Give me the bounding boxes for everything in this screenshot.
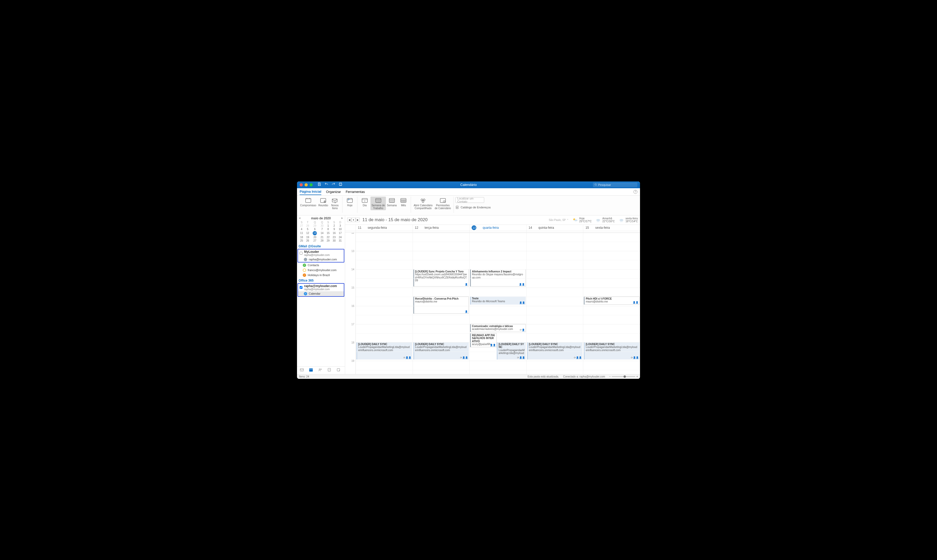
next-week-button[interactable]: ▶ [355,218,360,222]
notes-module-icon[interactable] [336,368,341,373]
global-search[interactable] [593,183,637,187]
close-window-button[interactable] [300,183,303,186]
o365-group-checkbox[interactable] [300,286,303,289]
item-count: Itens: 24 [299,375,309,378]
calendar-event[interactable]: [LOUDER] DAILY SYNCLouderPropagandaeMark… [356,342,412,360]
open-shared-calendar-button[interactable]: Abrir Calendário Compartilhado [412,197,434,210]
calendar-color-icon [304,258,307,261]
weather-today: Hoje25°C/17°C [572,217,592,223]
connection-status: Conectado a: rapha@mylouder.com [563,375,605,378]
new-items-button[interactable]: Novos Itens [329,197,341,210]
day-headers: 11segunda-feira12terça-feira13quarta-fei… [345,225,640,231]
new-meeting-button[interactable]: Reunião [317,197,329,207]
calendar-event[interactable]: Alinhamento Influence 2 ImpactReunião do… [470,269,526,286]
minical-grid[interactable]: STQQSSD272829301234567891011121314151617… [298,221,343,242]
svg-point-5 [325,201,325,202]
today-button[interactable]: Hoje [344,197,355,207]
address-book-button[interactable]: Catálogo de Endereços [455,206,491,209]
day-header[interactable]: 14quinta-feira [526,225,583,231]
help-icon[interactable]: ? [634,190,637,194]
calendar-color-icon: ✓ [304,292,307,295]
mail-module-icon[interactable] [300,368,304,373]
print-icon[interactable] [338,182,343,187]
folder-status: Esta pasta está atualizada. [528,375,559,378]
o365-group-header[interactable]: rapha@mylouder.com rapha@mylouder.com [298,284,344,291]
weather-day3: sexta-feira18°C/14°C [619,217,638,223]
zoom-slider[interactable]: −+ [609,375,638,378]
calendar-event[interactable]: [LOUDER] DAILY SYNCLouderPropagandaeMark… [584,342,640,360]
calendar-grid[interactable]: 121314151617181920 [LOUDER] DAILY SYNCLo… [345,233,640,374]
day-column[interactable]: [LOUDER] Sync Projeto Concha Y Torohttps… [412,233,469,374]
window-controls [297,183,313,186]
zoom-window-button[interactable] [309,183,313,186]
module-navbar [297,366,345,374]
svg-rect-9 [364,200,365,202]
time-gutter: 121314151617181920 [345,233,355,374]
svg-point-0 [595,184,596,185]
calendar-item[interactable]: ✓Calendar [298,291,344,296]
account-header-o365: Office 365 [297,278,345,283]
day-column[interactable]: [LOUDER] DAILY SYNCLouderPropagandaeMark… [355,233,412,374]
svg-point-23 [319,369,320,370]
calendar-item[interactable]: ✓Holidays in Brazil [297,273,345,278]
calendar-event[interactable]: [LOUDER] DAILY SYNCLouderPropagandaeMark… [413,342,469,360]
calendar-event[interactable]: [LOUDER] DAILY SYNCLouderPropagandaeMark… [497,342,526,360]
next-month-icon[interactable] [341,217,343,219]
minimize-window-button[interactable] [305,183,308,186]
calendar-event[interactable]: Comunicado: estratégia e táticasacademia… [470,324,526,332]
today-jump-button[interactable]: ● [351,218,355,222]
save-icon[interactable] [317,182,321,187]
tasks-module-icon[interactable] [327,368,331,373]
day-header[interactable]: 11segunda-feira [355,225,412,231]
calendar-event[interactable]: TesteReunião do Microsoft Teams👤👤 [470,297,526,305]
calendar-permissions-button[interactable]: Permissões de Calendário [434,197,452,210]
gmail-group-header[interactable]: MyLouder rapha@mylouder.com [298,249,344,257]
redo-icon[interactable] [331,182,335,187]
titlebar: Calendário [297,182,640,188]
mini-calendar[interactable]: maio de 2020 STQQSSD27282930123456789101… [297,215,345,243]
gmail-calendar-group: MyLouder rapha@mylouder.com rapha@myloud… [297,249,344,263]
day-header[interactable]: 15sexta-feira [583,225,640,231]
calendar-event[interactable]: Pitch HDI c/ I-FORCEmauro@distrito.me👤👤 [584,297,640,305]
calendar-main: ◀ ● ▶ 11 de maio - 15 de maio de 2020 Sã… [345,215,640,374]
weather-location[interactable]: São Paulo, SP ⌃ [549,218,569,222]
tab-organize[interactable]: Organizar [326,189,341,195]
prev-month-icon[interactable] [298,217,301,219]
day-column[interactable]: Pitch HDI c/ I-FORCEmauro@distrito.me👤👤[… [583,233,640,374]
svg-point-24 [320,369,322,370]
day-column[interactable]: Alinhamento Influence 2 ImpactReunião do… [469,233,526,374]
svg-rect-21 [300,369,303,371]
tab-tools[interactable]: Ferramentas [346,189,365,195]
calendar-item[interactable]: ✓Contacts [297,263,345,268]
search-input[interactable] [598,183,636,186]
svg-point-13 [421,199,423,200]
calendar-item[interactable]: rapha@mylouder.com [298,257,344,262]
undo-icon[interactable] [325,182,328,187]
calendar-event[interactable]: Iforce/Distrito - Conversa Pré-Pitchmaur… [413,297,469,314]
new-appointment-button[interactable]: Compromisso [299,197,317,207]
svg-point-14 [423,199,425,200]
calendar-event[interactable]: REUNIAO APP PAIS&FILHOS INTERATIVOacury@… [470,333,497,347]
workweek-view-button[interactable]: Semana de Trabalho [371,197,386,210]
svg-point-29 [596,219,600,221]
people-module-icon[interactable] [318,368,322,373]
window-title: Calendário [460,183,477,187]
minical-title: maio de 2020 [311,217,331,220]
month-view-button[interactable]: Mês [398,197,409,207]
ribbon: Compromisso Reunião Novos Itens Hoje Dia… [297,195,640,215]
sidebar: maio de 2020 STQQSSD27282930123456789101… [297,215,345,374]
day-header[interactable]: 12terça-feira [412,225,469,231]
weather-tomorrow: Amanhã22°C/16°C [595,217,615,223]
calendar-item[interactable]: franco@mylouder.com [297,268,345,273]
gmail-group-checkbox[interactable] [300,252,303,255]
calendar-module-icon[interactable] [309,368,313,373]
tab-home[interactable]: Página Inicial [300,189,321,195]
day-view-button[interactable]: Dia [359,197,371,207]
day-column[interactable]: [LOUDER] DAILY SYNCLouderPropagandaeMark… [526,233,583,374]
prev-week-button[interactable]: ◀ [347,218,351,222]
calendar-event[interactable]: [LOUDER] Sync Projeto Concha Y Torohttps… [413,269,469,286]
contact-search-input[interactable]: Localizar um Contato [455,197,484,203]
calendar-event[interactable]: [LOUDER] DAILY SYNCLouderPropagandaeMark… [527,342,583,360]
week-view-button[interactable]: Semana [386,197,398,207]
day-header[interactable]: 13quarta-feira [469,225,526,231]
